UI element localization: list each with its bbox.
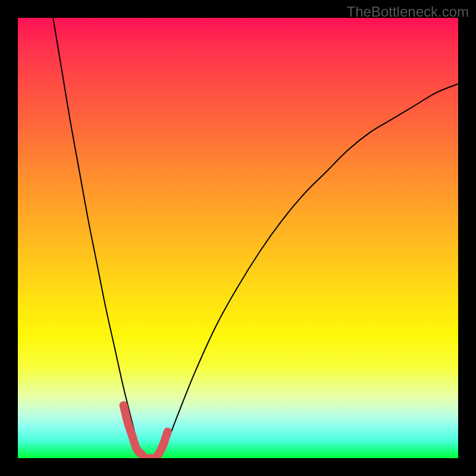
attribution-text: TheBottleneck.com (347, 4, 469, 20)
curve-svg (18, 18, 458, 458)
bottleneck-curve-path (53, 18, 458, 458)
plot-area (18, 18, 458, 458)
